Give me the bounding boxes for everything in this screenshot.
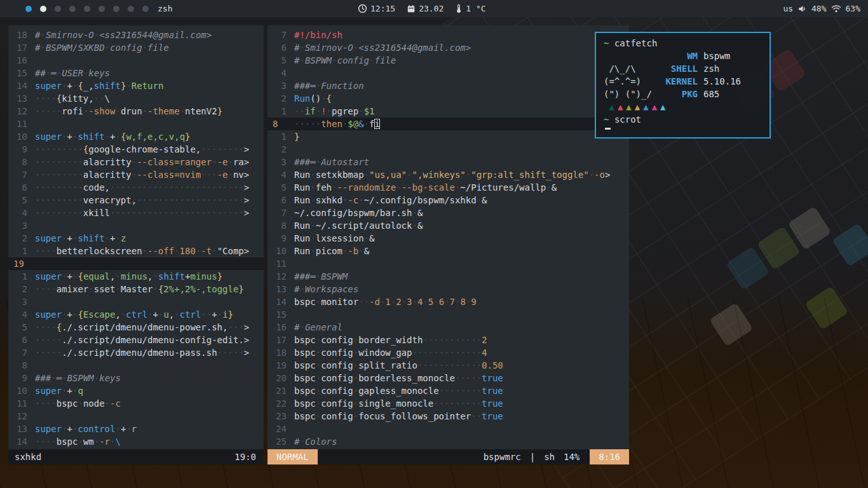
ascii-cat-art: (") (")_/ — [604, 88, 665, 100]
editor-line[interactable]: 7#!/bin/sh — [268, 29, 629, 41]
editor-text-area[interactable]: 7#!/bin/sh6#·Smirnov-O·<ss2316544@gmail.… — [268, 25, 629, 449]
workspace-dot-1[interactable] — [25, 6, 32, 12]
editor-line[interactable]: 1··if·!·pgrep·$1 — [268, 105, 629, 118]
editor-line[interactable]: 6·····./.script/dmenu/dmenu-config-edit.… — [8, 334, 264, 346]
editor-line[interactable]: 25#·Colors — [268, 435, 629, 448]
wifi-icon[interactable] — [831, 4, 841, 13]
editor-cursor-line[interactable]: 19 — [8, 257, 264, 270]
editor-line[interactable]: 11 — [8, 118, 264, 130]
editor-line[interactable]: 3 — [8, 219, 264, 232]
editor-line[interactable]: 5·········veracrypt,····················… — [8, 194, 264, 207]
editor-line[interactable]: 16 — [8, 54, 264, 67]
editor-line[interactable]: 9Run·lxsession·& — [268, 232, 629, 245]
editor-line[interactable]: 2Run()·{ — [268, 92, 629, 105]
workspace-dot-3[interactable] — [55, 6, 61, 12]
workspace-dot-7[interactable] — [113, 6, 119, 12]
editor-line[interactable]: 21bspc·config·gapless_monocle········tru… — [268, 384, 629, 397]
editor-line[interactable]: 20bspc·config·borderless_monocle·····tru… — [268, 372, 629, 384]
editor-line[interactable]: 7~/.config/bspwm/bar.sh·& — [268, 207, 629, 219]
editor-line[interactable]: 6#·Smirnov-O·<ss2316544@gmail.com> — [268, 41, 629, 54]
line-text: bspc·config·borderless_monocle·····true — [294, 372, 503, 384]
editor-line[interactable]: 14super·+·{_,shift}·Return — [8, 79, 264, 92]
editor-line[interactable]: 3 — [8, 295, 264, 308]
line-text: bspc·monitor··-d·1·2·3·4·5·6·7·8·9 — [294, 295, 477, 308]
editor-line[interactable]: 12###═·BSPWM — [268, 270, 629, 283]
editor-line[interactable]: 5····{./.script/dmenu/dmenu-power.sh,···… — [8, 321, 264, 334]
editor-line[interactable]: 15##·═·USER·keys — [8, 67, 264, 79]
workspace-dot-2[interactable] — [40, 6, 46, 12]
editor-line[interactable]: 10Run·picom·-b·& — [268, 245, 629, 257]
editor-line[interactable]: 7·····./.script/dmenu/dmenu-pass.sh·····… — [8, 346, 264, 359]
editor-line[interactable]: 5Run·feh·--randomize·--bg-scale·~/Pictur… — [268, 181, 629, 194]
editor-line[interactable]: 23bspc·config·focus_follows_pointer··tru… — [268, 410, 629, 423]
workspace-dot-8[interactable] — [128, 6, 134, 12]
line-number: 11 — [8, 397, 35, 410]
line-number: 1 — [8, 245, 35, 257]
line-text: ##·═·USER·keys — [35, 67, 110, 79]
editor-line[interactable]: 1super·+·{equal,·minus,·shift+minus} — [8, 270, 264, 283]
editor-line[interactable]: 11····bspc·node·-c — [8, 397, 264, 410]
editor-line[interactable]: 7·········alacritty·--class=nvim···-e·nv… — [8, 168, 264, 181]
workspace-dot-9[interactable] — [142, 6, 149, 12]
statusline-filetype: sh — [544, 452, 555, 462]
editor-line[interactable]: 4super·+·{Escape,·ctrl·+·u,·ctrl··+·i} — [8, 308, 264, 321]
editor-line[interactable]: 13····{kitty,··\ — [8, 92, 264, 105]
line-number: 14 — [8, 79, 35, 92]
editor-line[interactable]: 3###═·Function — [268, 79, 629, 92]
editor-line[interactable]: 14bspc·monitor··-d·1·2·3·4·5·6·7·8·9 — [268, 295, 629, 308]
editor-line[interactable]: 16#·General — [268, 321, 629, 334]
editor-line[interactable]: 10super·+·q — [8, 384, 264, 397]
editor-line[interactable]: 12 — [8, 410, 264, 423]
editor-line[interactable]: 2 — [268, 143, 629, 156]
editor-line[interactable]: 17#·BSPWM/SXKBD·config·file — [8, 41, 264, 54]
editor-line[interactable]: 2····amixer·sset·Master·{2%+,2%-,toggle} — [8, 283, 264, 295]
editor-line[interactable]: 3###═·Autostart — [268, 156, 629, 168]
volume-icon[interactable] — [797, 4, 807, 13]
editor-line[interactable]: 13#·Workspaces — [268, 283, 629, 295]
keyboard-layout-text[interactable]: us — [783, 4, 793, 13]
editor-line[interactable]: 5#·BSPWM·config·file — [268, 54, 629, 67]
editor-line[interactable]: 12·····rofi·-show·drun·-theme·ntenV2} — [8, 105, 264, 118]
editor-line[interactable]: 6Run·sxhkd·-c·~/.config/bspwm/sxhkd·& — [268, 194, 629, 207]
editor-line[interactable]: 24 — [268, 423, 629, 435]
editor-cursor-line[interactable]: 8·····then·$@&·fi — [268, 118, 629, 130]
editor-line[interactable]: 10super·+·shift·+·{w,f,e,c,v,q} — [8, 130, 264, 143]
editor-line[interactable]: 11 — [268, 257, 629, 270]
editor-line[interactable]: 8·········alacritty·--class=ranger·-e·ra… — [8, 156, 264, 168]
editor-line[interactable]: 13super·+·control·+·r — [8, 423, 264, 435]
line-number: 9 — [268, 232, 294, 245]
workspace-dot-4[interactable] — [69, 6, 76, 12]
editor-line[interactable]: 17bspc·config·border_width···········2 — [268, 334, 629, 346]
editor-pane-bspwmrc[interactable]: 7#!/bin/sh6#·Smirnov-O·<ss2316544@gmail.… — [268, 25, 629, 464]
editor-text-area[interactable]: 18#·Smirnov-O·<ss2316544@gmail.com>17#·B… — [8, 25, 264, 449]
line-number: 3 — [268, 79, 294, 92]
line-text: #·General — [294, 321, 342, 334]
editor-line[interactable]: 2super·+·shift·+·z — [8, 232, 264, 245]
editor-line[interactable]: 18#·Smirnov-O·<ss2316544@gmail.com> — [8, 29, 264, 41]
editor-line[interactable]: 22bspc·config·single_monocle·········tru… — [268, 397, 629, 410]
editor-line[interactable]: 4 — [268, 67, 629, 79]
line-number: 17 — [268, 334, 294, 346]
line-number: 8 — [8, 156, 35, 168]
editor-line[interactable]: 9·········{google-chrome-stable,········… — [8, 143, 264, 156]
editor-line[interactable]: 18bspc·config·window_gap·············4 — [268, 346, 629, 359]
workspace-dot-6[interactable] — [98, 6, 105, 12]
editor-line[interactable]: 19bspc·config·split_ratio············0.5… — [268, 359, 629, 372]
editor-line[interactable]: 1} — [268, 130, 629, 143]
floating-terminal[interactable]: ~ catfetch WMbspwm /\_/\SHELLzsh(=^.^=)K… — [595, 32, 771, 139]
editor-line[interactable]: 4·········xkill·························… — [8, 207, 264, 219]
editor-line[interactable]: 1····betterlockscreen·--off·180·-t·"Comp… — [8, 245, 264, 257]
network-text: 63% — [846, 4, 860, 13]
clock-icon — [358, 4, 367, 13]
editor-line[interactable]: 9###·═·BSPWM·keys — [8, 372, 264, 384]
fetch-label: WM — [665, 50, 698, 62]
editor-line[interactable]: 14····bspc·wm·-r·\ — [8, 435, 264, 448]
volume-text: 48% — [811, 4, 826, 13]
editor-line[interactable]: 8Run·~/.script/autolock·& — [268, 219, 629, 232]
editor-line[interactable]: 4Run·setxkbmap·"us,ua"·",winkeys"·"grp:a… — [268, 168, 629, 181]
editor-line[interactable]: 15 — [268, 308, 629, 321]
editor-line[interactable]: 8 — [8, 359, 264, 372]
workspace-dot-5[interactable] — [84, 6, 90, 12]
editor-pane-sxhkd[interactable]: 18#·Smirnov-O·<ss2316544@gmail.com>17#·B… — [8, 25, 264, 464]
editor-line[interactable]: 6·········code,·························… — [8, 181, 264, 194]
